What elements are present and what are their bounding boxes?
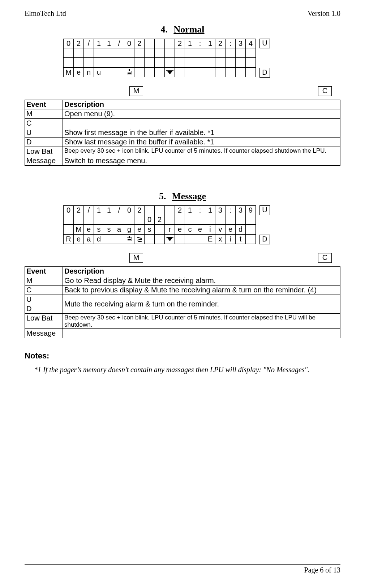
- lcd-cell: [235, 215, 246, 225]
- lcd-cell: 2: [215, 39, 226, 48]
- lcd-cell: e: [195, 225, 205, 234]
- down-softkey[interactable]: D: [259, 235, 270, 244]
- table-cell: Low Bat: [25, 147, 63, 156]
- lcd-cell: [245, 215, 256, 225]
- table-cell: Beep every 30 sec + icon blink. LPU coun…: [63, 147, 340, 156]
- lcd-cell: e: [134, 225, 145, 234]
- lcd-cell: 0: [124, 205, 134, 215]
- lcd-cell: e: [225, 225, 236, 234]
- lcd-cell: 9: [245, 205, 256, 215]
- lcd-cell: [245, 58, 256, 67]
- lcd-cell: [185, 234, 195, 244]
- lcd-cell: [63, 58, 74, 67]
- lcd-cell: [144, 58, 155, 67]
- lcd-cell: d: [235, 225, 246, 234]
- lcd-cell: [235, 48, 246, 58]
- table-cell: Show last message in the buffer if avail…: [63, 138, 340, 147]
- lcd-cell: [144, 205, 155, 215]
- lcd-cell: [164, 67, 175, 77]
- lcd-cell: [225, 67, 236, 77]
- lcd-cell: [83, 48, 94, 58]
- lcd-cell: [104, 48, 114, 58]
- lcd-cell: :: [195, 39, 205, 48]
- lcd-cell: [154, 234, 165, 244]
- lcd-cell: [104, 67, 114, 77]
- lcd-cell: [104, 234, 114, 244]
- lcd-cell: [175, 67, 185, 77]
- lcd-cell: [63, 48, 74, 58]
- lcd-cell: [205, 48, 215, 58]
- lcd-cell: e: [73, 67, 84, 77]
- table-cell: Go to Read display & Mute the receiving …: [63, 276, 340, 286]
- c-button[interactable]: C: [318, 253, 332, 263]
- lcd-message: 0 2 / 1 1 / 0 2 2 1 : 1 3 : 3 9 U 0 2: [63, 205, 302, 244]
- lcd-cell: [114, 48, 124, 58]
- lcd-cell: [225, 48, 236, 58]
- lcd-cell: [114, 67, 124, 77]
- lcd-cell: 2: [73, 39, 84, 48]
- lcd-cell: [154, 39, 165, 48]
- lcd-cell: [134, 215, 145, 225]
- lcd-cell: [215, 215, 226, 225]
- notes-heading: Notes:: [25, 351, 340, 361]
- m-button[interactable]: M: [129, 86, 143, 96]
- lcd-cell: 2: [154, 215, 165, 225]
- lcd-cell: [195, 67, 205, 77]
- c-button[interactable]: C: [318, 86, 332, 96]
- table-cell: Switch to message menu.: [63, 156, 340, 166]
- th-event: Event: [25, 267, 63, 276]
- triangle-down-icon: [167, 71, 173, 74]
- section-4-name: Normal: [173, 24, 204, 35]
- lcd-cell: [94, 48, 104, 58]
- lcd-cell: x: [215, 234, 226, 244]
- lcd-cell: /: [114, 205, 124, 215]
- lcd-cell: [144, 67, 155, 77]
- version-label: Version 1.0: [308, 9, 340, 18]
- events-table-normal: Event Description MOpen menu (9). C USho…: [25, 100, 340, 166]
- table-cell: Open menu (9).: [63, 109, 340, 119]
- lcd-cell: [195, 215, 205, 225]
- lcd-cell: a: [83, 234, 94, 244]
- lcd-cell: /: [83, 205, 94, 215]
- table-cell: Low Bat: [25, 314, 63, 329]
- lcd-cell: [124, 234, 134, 244]
- lcd-cell: i: [205, 225, 215, 234]
- up-softkey[interactable]: U: [259, 39, 270, 48]
- table-cell: U: [25, 128, 63, 138]
- lcd-normal: 0 2 / 1 1 / 0 2 2 1 : 1 2 : 3 4 U: [63, 39, 302, 78]
- page-number: Page 6 of 13: [25, 564, 340, 574]
- lcd-cell: 1: [94, 39, 104, 48]
- lcd-cell: [104, 58, 114, 67]
- lcd-cell: [73, 215, 84, 225]
- lcd-cell: [94, 215, 104, 225]
- th-desc: Description: [63, 100, 340, 109]
- lcd-cell: [225, 215, 236, 225]
- lcd-cell: 1: [104, 205, 114, 215]
- lcd-cell: i: [225, 234, 236, 244]
- table-cell: C: [25, 286, 63, 295]
- lcd-cell: [185, 67, 195, 77]
- alarm-icon: [137, 237, 142, 242]
- company-name: ElmoTech Ltd: [25, 9, 66, 18]
- lcd-cell: [164, 234, 175, 244]
- up-softkey[interactable]: U: [259, 205, 270, 215]
- lcd-cell: [164, 215, 175, 225]
- triangle-down-icon: [167, 238, 173, 241]
- table-cell: Message: [25, 156, 63, 166]
- lcd-cell: 1: [104, 39, 114, 48]
- m-button[interactable]: M: [129, 253, 143, 263]
- lcd-cell: [164, 58, 175, 67]
- section-4-title: 4. Normal: [25, 24, 340, 35]
- lcd-cell: n: [83, 67, 94, 77]
- lcd-cell: 1: [185, 205, 195, 215]
- lcd-cell: :: [195, 205, 205, 215]
- lcd-cell: [73, 48, 84, 58]
- lcd-cell: 1: [185, 39, 195, 48]
- lcd-cell: [175, 234, 185, 244]
- lcd-cell: e: [83, 225, 94, 234]
- lcd-cell: [175, 215, 185, 225]
- lcd-cell: :: [225, 205, 236, 215]
- lcd-cell: 3: [215, 205, 226, 215]
- down-softkey[interactable]: D: [259, 68, 270, 78]
- lcd-cell: [154, 225, 165, 234]
